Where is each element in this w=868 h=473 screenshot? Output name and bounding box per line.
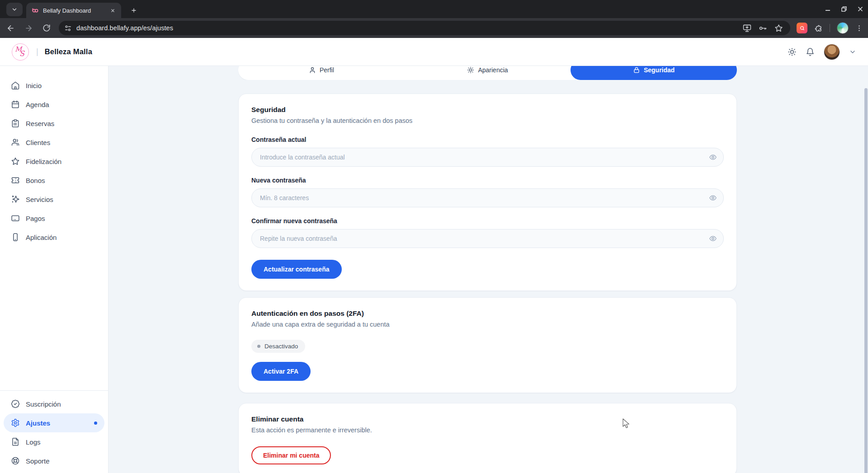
status-dot (257, 345, 260, 348)
chevron-down-icon (11, 6, 18, 13)
current-password-input[interactable] (251, 148, 724, 167)
users-icon (11, 138, 20, 147)
user-icon (309, 66, 316, 74)
life-buoy-icon (11, 456, 20, 465)
sidebar-item-label: Fidelización (26, 158, 61, 165)
sidebar-item-soporte[interactable]: Soporte (4, 451, 104, 470)
tab-apariencia[interactable]: Apariencia (405, 66, 571, 80)
extension-orange-icon[interactable] (797, 23, 807, 33)
tab-label: Apariencia (478, 66, 508, 74)
sidebar-item-fidelizacion[interactable]: Fidelización (4, 152, 104, 171)
smartphone-icon (11, 233, 20, 242)
brand-separator: | (36, 47, 38, 56)
tab-favicon (32, 7, 39, 14)
sidebar-item-label: Logs (26, 438, 41, 446)
sidebar-item-pagos[interactable]: Pagos (4, 209, 104, 228)
business-name: Belleza Malla (45, 47, 92, 56)
update-password-button[interactable]: Actualizar contraseña (251, 260, 342, 279)
sidebar-item-bonos[interactable]: Bonos (4, 171, 104, 190)
browser-profile-avatar[interactable] (837, 22, 849, 34)
security-card: Seguridad Gestiona tu contraseña y la au… (238, 94, 737, 291)
twofa-card-title: Autenticación en dos pasos (2FA) (251, 309, 724, 318)
tab-perfil[interactable]: Perfil (238, 66, 405, 80)
install-app-icon[interactable] (743, 24, 751, 33)
current-password-label: Contraseña actual (251, 136, 724, 143)
sidebar-item-clientes[interactable]: Clientes (4, 133, 104, 152)
sidebar-item-suscripcion[interactable]: Suscripción (4, 394, 104, 413)
sidebar-item-ajustes[interactable]: Ajustes (4, 413, 104, 432)
main-content: Perfil Apariencia Seguridad Seguridad Ge… (108, 66, 868, 473)
back-button[interactable] (3, 20, 18, 36)
sidebar-item-servicios[interactable]: Servicios (4, 190, 104, 209)
home-icon (11, 81, 20, 90)
brand-logo[interactable]: M S (12, 43, 29, 61)
user-avatar[interactable] (824, 44, 840, 60)
sidebar-item-aplicacion[interactable]: Aplicación (4, 228, 104, 247)
sidebar-item-label: Bonos (26, 177, 45, 184)
clipboard-icon (11, 119, 20, 128)
scrollbar-thumb[interactable] (864, 88, 868, 473)
badge-check-icon (11, 399, 20, 408)
toggle-password-visibility-button[interactable] (709, 234, 717, 243)
eye-icon (709, 153, 717, 161)
file-text-icon (11, 437, 20, 446)
window-close-button[interactable] (857, 6, 863, 12)
profile-chevron-down-icon[interactable] (849, 48, 856, 56)
sidebar-item-label: Agenda (26, 101, 49, 108)
browser-tab-strip: Bellafy Dashboard (0, 0, 868, 18)
toggle-password-visibility-button[interactable] (709, 153, 717, 161)
calendar-icon (11, 100, 20, 109)
browser-menu-icon[interactable] (855, 24, 863, 32)
tab-seguridad[interactable]: Seguridad (571, 66, 737, 80)
new-password-label: Nueva contraseña (251, 177, 724, 184)
confirm-password-label: Confirmar nueva contraseña (251, 217, 724, 225)
activate-2fa-button[interactable]: Activar 2FA (251, 362, 311, 381)
tab-close-icon[interactable] (108, 6, 117, 14)
sidebar-item-reservas[interactable]: Reservas (4, 114, 104, 133)
sidebar-item-label: Clientes (26, 139, 50, 146)
address-bar[interactable]: dashboard.bellafy.app/es/ajustes (59, 21, 790, 35)
sparkles-icon (11, 195, 20, 204)
sidebar-item-label: Aplicación (26, 234, 57, 241)
site-settings-icon[interactable] (64, 24, 72, 32)
gear-icon (11, 418, 20, 427)
sidebar-item-label: Soporte (26, 457, 50, 465)
password-key-icon[interactable] (759, 24, 767, 33)
sidebar-item-label: Pagos (26, 215, 45, 222)
reload-button[interactable] (39, 20, 54, 36)
toggle-password-visibility-button[interactable] (709, 194, 717, 202)
tab-title: Bellafy Dashboard (43, 7, 104, 14)
confirm-password-input[interactable] (251, 229, 724, 248)
twofa-status-label: Desactivado (264, 343, 298, 350)
forward-button[interactable] (21, 20, 36, 36)
tab-search-button[interactable] (6, 3, 23, 16)
delete-account-card: Eliminar cuenta Esta acción es permanent… (238, 403, 737, 473)
credit-card-icon (11, 214, 20, 223)
sidebar-item-label: Suscripción (26, 400, 61, 408)
notifications-bell-icon[interactable] (806, 47, 815, 56)
url-text[interactable]: dashboard.bellafy.app/es/ajustes (76, 24, 743, 32)
delete-card-subtitle: Esta acción es permanente e irreversible… (251, 426, 724, 434)
settings-tabs: Perfil Apariencia Seguridad (238, 66, 737, 80)
sidebar-item-label: Ajustes (26, 419, 50, 427)
sun-icon (467, 66, 474, 74)
eye-icon (709, 234, 717, 243)
browser-tab[interactable]: Bellafy Dashboard (26, 3, 121, 18)
browser-toolbar: dashboard.bellafy.app/es/ajustes (0, 18, 868, 38)
bookmark-star-icon[interactable] (774, 24, 783, 33)
new-tab-button[interactable] (127, 4, 140, 17)
star-icon (11, 157, 20, 166)
sidebar-item-agenda[interactable]: Agenda (4, 95, 104, 114)
extensions-puzzle-icon[interactable] (814, 24, 823, 33)
window-restore-button[interactable] (841, 6, 847, 12)
sidebar-item-label: Reservas (26, 120, 54, 127)
sidebar-item-inicio[interactable]: Inicio (4, 76, 104, 95)
toolbar-separator (830, 24, 830, 32)
security-card-title: Seguridad (251, 106, 724, 114)
window-minimize-button[interactable] (825, 6, 831, 12)
theme-toggle-sun-icon[interactable] (788, 47, 797, 56)
sidebar-item-logs[interactable]: Logs (4, 432, 104, 451)
delete-account-button[interactable]: Eliminar mi cuenta (251, 446, 331, 464)
new-password-input[interactable] (251, 188, 724, 207)
lock-icon (633, 66, 640, 74)
